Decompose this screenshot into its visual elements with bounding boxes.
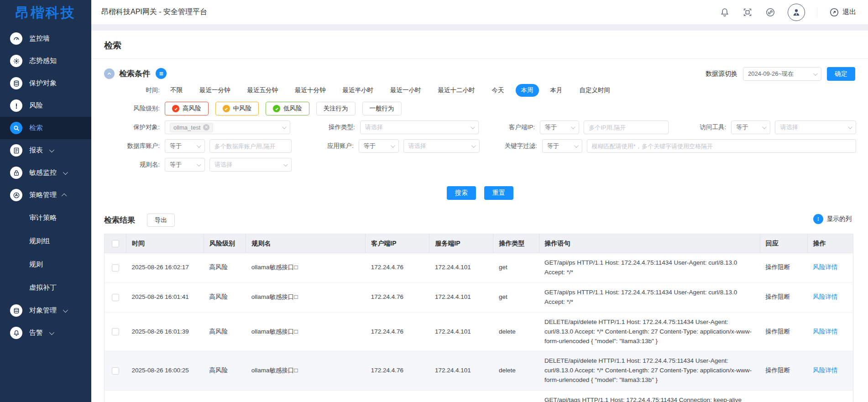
sidebar-item-object-management[interactable]: 对象管理 <box>0 299 91 322</box>
table-row[interactable]: 2025-08-26 16:00:25 高风险 ollama敏感接口□ 172.… <box>105 351 853 391</box>
show-columns-label: 显示的列 <box>827 215 852 223</box>
sidebar-item-risk[interactable]: 风险 <box>0 94 91 117</box>
logout-button[interactable]: 退出 <box>817 7 856 17</box>
cell-response: 操作阻断 <box>760 391 807 402</box>
time-option[interactable]: 最近一小时 <box>385 84 427 97</box>
col-header-op-type[interactable]: 操作类型 <box>493 234 539 253</box>
general-behavior-button[interactable]: 一般行为 <box>362 102 402 115</box>
sidebar-item-protected-objects[interactable]: 保护对象 <box>0 72 91 94</box>
filter-menu-icon[interactable] <box>156 68 167 79</box>
notification-bell-icon[interactable] <box>719 7 730 18</box>
table-row[interactable]: 2025-08-26 16:02:17 高风险 ollama敏感接口□ 172.… <box>105 253 853 283</box>
op-type-select[interactable]: 请选择 <box>360 120 479 134</box>
user-avatar[interactable] <box>788 4 805 21</box>
row-checkbox[interactable] <box>112 294 119 301</box>
col-header-statement[interactable]: 操作语句 <box>539 234 760 253</box>
time-option[interactable]: 最近一分钟 <box>194 84 236 97</box>
col-header-client-ip[interactable]: 客户端IP <box>366 234 429 253</box>
collapse-up-icon[interactable] <box>104 68 115 79</box>
rule-name-select[interactable]: 请选择 <box>209 158 292 172</box>
reset-button[interactable]: 重置 <box>484 186 513 200</box>
fullscreen-icon[interactable] <box>742 7 753 18</box>
keyword-operator-select[interactable]: 等于 <box>542 139 582 153</box>
show-columns-toggle[interactable]: 显示的列 <box>813 214 852 224</box>
time-options: 不限 最近一分钟 最近五分钟 最近十分钟 最近半小时 最近一小时 最近十二小时 … <box>165 84 616 97</box>
link-icon[interactable] <box>765 7 776 18</box>
cell-op-type: get <box>493 282 539 312</box>
sidebar-item-situation[interactable]: 态势感知 <box>0 50 91 72</box>
sidebar-item-sensitive-monitor[interactable]: 敏感监控 <box>0 162 91 184</box>
time-option[interactable]: 自定义时间 <box>574 84 616 97</box>
time-option[interactable]: 本月 <box>545 84 568 97</box>
client-ip-input[interactable] <box>584 120 669 134</box>
time-option[interactable]: 最近半小时 <box>337 84 379 97</box>
db-account-operator-select[interactable]: 等于 <box>165 139 205 153</box>
table-row[interactable]: 2025-08-25 11:15:20 高风险 ollama敏感接口□ 172.… <box>105 391 853 402</box>
risk-detail-link[interactable]: 风险详情 <box>813 328 837 335</box>
client-ip-operator-select[interactable]: 等于 <box>540 120 579 134</box>
operator-value: 等于 <box>170 161 182 169</box>
col-header-action[interactable]: 操作 <box>807 234 853 253</box>
risk-medium-button[interactable]: 中风险 <box>215 102 259 115</box>
operator-value: 等于 <box>364 142 376 150</box>
risk-low-button[interactable]: 低风险 <box>266 102 309 115</box>
time-option[interactable]: 最近十二小时 <box>433 84 481 97</box>
sidebar-subitem-audit-policy[interactable]: 审计策略 <box>0 206 91 230</box>
table-row[interactable]: 2025-08-26 16:01:39 高风险 ollama敏感接口□ 172.… <box>105 312 853 351</box>
results-title: 检索结果 <box>104 215 135 225</box>
sidebar-item-alerts[interactable]: 告警 <box>0 322 91 344</box>
row-checkbox[interactable] <box>112 328 119 335</box>
sidebar-subitem-label: 虚拟补丁 <box>29 283 57 292</box>
risk-detail-link[interactable]: 风险详情 <box>813 293 837 300</box>
sidebar-item-reports[interactable]: 报表 <box>0 139 91 162</box>
time-option[interactable]: 不限 <box>165 84 188 97</box>
select-all-checkbox[interactable] <box>112 240 119 247</box>
sidebar-subitem-virtual-patch[interactable]: 虚拟补丁 <box>0 276 91 299</box>
datasource-confirm-button[interactable]: 确定 <box>827 67 855 81</box>
col-header-risk[interactable]: 风险级别 <box>204 234 246 253</box>
sidebar-item-search[interactable]: 检索 <box>0 117 91 139</box>
sidebar-item-label: 对象管理 <box>29 306 57 315</box>
table-row[interactable]: 2025-08-26 16:01:41 高风险 ollama敏感接口□ 172.… <box>105 282 853 312</box>
sidebar-subitem-rules[interactable]: 规则 <box>0 253 91 276</box>
protect-object-select[interactable]: ollma_test✕ <box>165 120 290 134</box>
row-checkbox[interactable] <box>112 264 119 271</box>
app-account-select[interactable]: 请选择 <box>403 139 480 153</box>
search-button[interactable]: 搜索 <box>447 186 476 200</box>
watch-behavior-button[interactable]: 关注行为 <box>316 102 356 115</box>
app-account-operator-select[interactable]: 等于 <box>359 139 399 153</box>
row-checkbox[interactable] <box>112 367 119 375</box>
col-header-rule[interactable]: 规则名 <box>246 234 366 253</box>
db-account-input[interactable] <box>209 139 292 153</box>
access-tool-select[interactable]: 请选择 <box>775 120 856 134</box>
time-option-selected[interactable]: 本周 <box>516 84 539 97</box>
chevron-down-icon <box>63 307 68 312</box>
sidebar-item-monitor-wall[interactable]: 监控墙 <box>0 27 91 50</box>
cell-risk: 高风险 <box>204 312 246 351</box>
export-button[interactable]: 导出 <box>147 214 175 227</box>
chevron-down-icon <box>471 143 476 148</box>
risk-high-button[interactable]: 高风险 <box>165 102 209 115</box>
access-tool-operator-select[interactable]: 等于 <box>731 120 770 134</box>
cell-rule: ollama敏感接口□ <box>246 253 366 283</box>
time-option[interactable]: 最近十分钟 <box>289 84 331 97</box>
sidebar-subitem-rule-group[interactable]: 规则组 <box>0 230 91 253</box>
sidebar-subitem-label: 规则组 <box>29 237 50 245</box>
risk-detail-link[interactable]: 风险详情 <box>813 264 837 271</box>
sidebar-item-label: 态势感知 <box>29 57 57 65</box>
risk-button-label: 关注行为 <box>324 104 348 113</box>
col-header-time[interactable]: 时间 <box>126 234 204 253</box>
risk-detail-link[interactable]: 风险详情 <box>813 367 837 374</box>
col-header-server-ip[interactable]: 服务端IP <box>429 234 493 253</box>
sidebar-nav: 监控墙 态势感知 保护对象 风险 检索 报表 <box>0 27 91 344</box>
time-option[interactable]: 今天 <box>486 84 510 97</box>
keyword-input[interactable] <box>587 139 856 153</box>
tag-close-icon[interactable]: ✕ <box>203 124 209 131</box>
col-header-response[interactable]: 回应 <box>760 234 807 253</box>
sidebar-item-policy-management[interactable]: 策略管理 <box>0 184 91 206</box>
rule-name-operator-select[interactable]: 等于 <box>165 158 205 172</box>
sidebar-item-label: 监控墙 <box>29 34 50 43</box>
datasource-select[interactable]: 2024-09-26~现在 <box>743 67 821 81</box>
cell-server-ip: 172.24.4.101 <box>429 351 493 391</box>
time-option[interactable]: 最近五分钟 <box>242 84 284 97</box>
